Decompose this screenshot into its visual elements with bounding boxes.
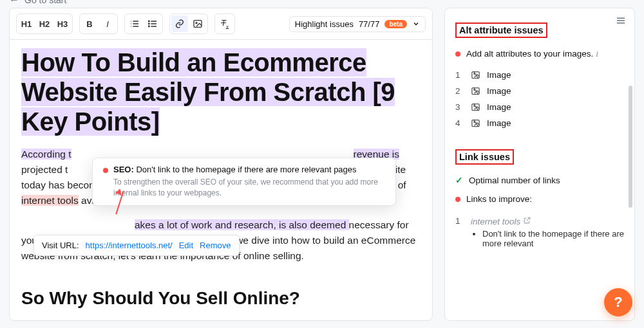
alt-issue-item[interactable]: Add alt attributes to your images. i [455, 48, 624, 60]
link-popover: Visit URL: https://internettools.net/ Ed… [33, 235, 240, 256]
check-icon: ✓ [455, 175, 463, 187]
italic-button[interactable]: I [99, 15, 116, 32]
image-button[interactable] [189, 15, 206, 32]
link-ok-item: ✓ Optimal number of links [455, 175, 624, 187]
image-list: Image Image Image Image [455, 67, 624, 131]
highlight-issues-toggle[interactable]: Highlight issues 77/77 beta [289, 16, 426, 32]
ordered-list-button[interactable] [126, 15, 143, 32]
image-icon [471, 70, 480, 80]
h3-button[interactable]: H3 [54, 15, 71, 32]
info-icon[interactable]: i [596, 49, 598, 59]
alt-issues-header: Alt attribute issues [455, 23, 547, 38]
clear-format-button[interactable]: Tx [216, 15, 233, 32]
visit-url-link[interactable]: https://internettools.net/ [86, 241, 173, 250]
article-h2[interactable]: So Why Should You Sell Online? [21, 288, 421, 309]
svg-point-0 [149, 21, 150, 22]
seo-tooltip: SEO: Don't link to the homepage if there… [92, 158, 396, 206]
image-icon [471, 118, 480, 128]
image-item[interactable]: Image [455, 67, 624, 83]
linked-text[interactable]: internet tools [21, 195, 79, 206]
article-title[interactable]: How To Build an Ecommerce Website Easily… [21, 48, 421, 136]
visit-url-label: Visit URL: [42, 241, 79, 250]
breadcrumb-back[interactable]: ← Go to start [0, 0, 644, 8]
arrow-left-icon: ← [9, 0, 19, 5]
image-icon [471, 86, 480, 96]
beta-badge: beta [384, 20, 407, 28]
h1-button[interactable]: H1 [18, 15, 35, 32]
editor-panel: H1 H2 H3 B I [9, 8, 433, 321]
help-button[interactable]: ? [604, 288, 632, 316]
error-dot-icon [455, 197, 460, 202]
remove-link-button[interactable]: Remove [200, 241, 231, 250]
issues-sidebar: Alt attribute issues Add alt attributes … [444, 8, 635, 321]
image-item[interactable]: Image [455, 115, 624, 131]
bold-button[interactable]: B [81, 15, 98, 32]
link-button[interactable] [171, 15, 188, 32]
unordered-list-button[interactable] [144, 15, 161, 32]
issue-count: 77/77 [359, 19, 380, 29]
link-item[interactable]: internet tools Don't link to the homepag… [455, 212, 624, 252]
image-item[interactable]: Image [455, 99, 624, 115]
external-link-icon [523, 216, 531, 224]
link-list: internet tools Don't link to the homepag… [455, 212, 624, 252]
chevron-down-icon [412, 20, 420, 28]
editor-toolbar: H1 H2 H3 B I [10, 8, 432, 40]
svg-point-1 [149, 23, 150, 24]
svg-point-4 [196, 23, 197, 24]
sidebar-menu-icon[interactable] [615, 15, 627, 29]
error-dot-icon [103, 168, 108, 173]
svg-point-2 [149, 26, 150, 27]
highlight-label: Highlight issues [295, 19, 354, 29]
back-label: Go to start [24, 0, 66, 5]
scrollbar[interactable] [629, 86, 632, 208]
error-dot-icon [455, 51, 460, 57]
image-item[interactable]: Image [455, 83, 624, 99]
image-icon [471, 102, 480, 112]
links-to-improve: Links to improve: [455, 194, 624, 206]
edit-link-button[interactable]: Edit [179, 241, 193, 250]
h2-button[interactable]: H2 [36, 15, 53, 32]
link-issues-header: Link issues [455, 149, 514, 165]
